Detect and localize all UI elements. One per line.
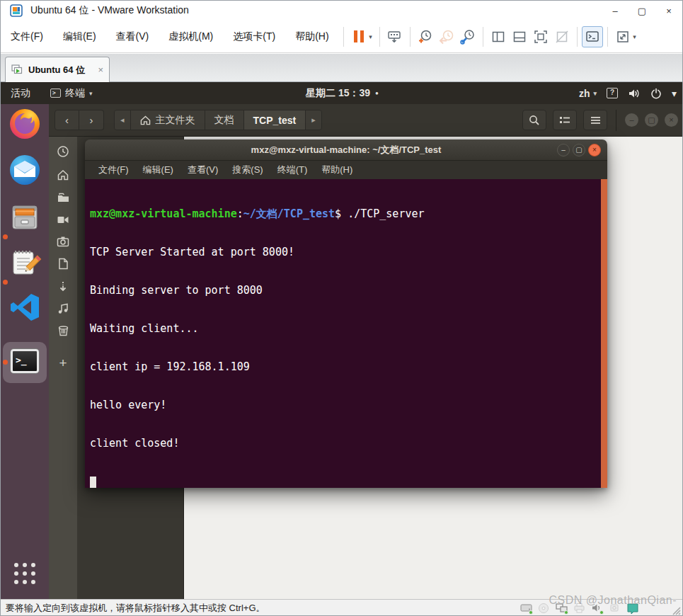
path-scroll-left[interactable]: ◂ [115, 110, 131, 130]
view-toggle-button[interactable] [553, 110, 577, 130]
tab-close-icon[interactable]: × [98, 64, 103, 75]
menu-edit[interactable]: 编辑(E) [53, 26, 106, 47]
sidebar-home-icon[interactable] [57, 169, 69, 181]
show-library-button[interactable] [488, 25, 509, 48]
menu-tabs[interactable]: 选项卡(T) [223, 26, 285, 47]
harddisk-device-icon[interactable] [520, 603, 532, 614]
vmware-workstation-window: Ubuntu 64 位 - VMware Workstation – ▢ × 文… [0, 0, 683, 616]
sidebar-trash-icon[interactable] [57, 325, 69, 337]
snapshot-revert-icon [439, 29, 454, 45]
output-line: client ip = 192.168.1.109 [90, 360, 607, 373]
keyboard-layout-button[interactable]: zh ▾ [579, 88, 597, 99]
sidebar-recent-icon[interactable] [57, 145, 69, 158]
dock-terminal-active-tile[interactable]: >_ [3, 342, 47, 383]
nav-buttons: ‹ › [54, 110, 104, 130]
sidebar-music-icon[interactable] [57, 303, 69, 314]
chevron-down-icon[interactable]: ▾ [672, 88, 677, 99]
dock-firefox-icon[interactable] [8, 107, 42, 141]
menu-file[interactable]: 文件(F) [1, 26, 53, 47]
vmware-tabbar: Ubuntu 64 位 × [1, 54, 682, 82]
running-indicator-dot [3, 280, 8, 285]
cursor-line [90, 475, 607, 488]
revert-snapshot-button[interactable] [436, 25, 457, 48]
menu-view[interactable]: 查看(V) [106, 26, 159, 47]
terminal-menu-edit[interactable]: 编辑(E) [137, 161, 180, 178]
forward-button[interactable]: › [79, 110, 104, 130]
system-status-area[interactable]: zh ▾ ? ▾ [579, 88, 677, 99]
terminal-menu-file[interactable]: 文件(F) [92, 161, 135, 178]
console-view-button[interactable] [582, 26, 603, 47]
sidebar-pictures-icon[interactable] [57, 236, 69, 247]
ime-indicator-icon[interactable]: ? [607, 88, 618, 98]
files-close-button[interactable]: × [665, 113, 678, 127]
cdrom-device-icon[interactable] [538, 603, 550, 614]
running-indicator-dot [3, 234, 8, 239]
back-button[interactable]: ‹ [54, 110, 79, 130]
toolbar-separator [343, 27, 344, 47]
menu-vm[interactable]: 虚拟机(M) [159, 26, 223, 47]
terminal-minimize-button[interactable]: – [557, 144, 570, 156]
files-maximize-button[interactable]: ▢ [645, 113, 658, 127]
fullscreen-button[interactable] [530, 25, 551, 48]
terminal-scrollbar[interactable] [601, 179, 607, 488]
dock-vscode-icon[interactable] [8, 290, 42, 324]
activities-button[interactable]: 活动 [1, 87, 40, 100]
terminal-menu-search[interactable]: 搜索(S) [226, 161, 269, 178]
sidebar-downloads-icon[interactable] [57, 280, 69, 292]
sidebar-other-locations-icon[interactable]: + [59, 358, 67, 369]
files-minimize-button[interactable]: – [625, 113, 638, 127]
clock-button[interactable]: 星期二 15：39 ● [306, 87, 379, 100]
keyboard-layout-label: zh [579, 88, 590, 99]
dock-thunderbird-icon[interactable] [8, 153, 42, 187]
terminal-close-button[interactable]: × [588, 144, 601, 156]
window-title: Ubuntu 64 位 - VMware Workstation [30, 4, 189, 17]
close-button[interactable]: × [655, 1, 682, 21]
terminal-window-buttons: – ▢ × [557, 144, 601, 156]
hamburger-icon [590, 116, 601, 125]
prompt-colon: : [237, 207, 243, 220]
unity-mode-button[interactable] [551, 25, 573, 48]
sidebar-videos-icon[interactable] [57, 215, 69, 225]
terminal-menu-terminal[interactable]: 终端(T) [271, 161, 314, 178]
power-icon[interactable] [650, 88, 662, 99]
path-documents-segment[interactable]: 文档 [205, 110, 244, 130]
path-current-segment[interactable]: TCP_test [244, 110, 306, 130]
send-ctrl-alt-del-button[interactable] [384, 25, 406, 48]
menu-button[interactable] [583, 110, 607, 130]
suspend-dropdown-caret[interactable]: ▾ [367, 33, 375, 40]
menu-help[interactable]: 帮助(H) [285, 26, 338, 47]
path-home-segment[interactable]: 主文件夹 [131, 110, 205, 130]
path-scroll-right[interactable]: ▸ [305, 110, 321, 130]
terminal-window: mxz@mxz-virtual-machine: ~/文档/TCP_test –… [85, 139, 607, 488]
chevron-down-icon: ▾ [89, 90, 93, 97]
running-indicator-dot [3, 360, 8, 365]
manage-snapshots-button[interactable] [457, 25, 478, 48]
vmware-logo-icon [10, 4, 23, 17]
terminal-body[interactable]: mxz@mxz-virtual-machine:~/文档/TCP_test$ .… [85, 179, 607, 488]
app-menu[interactable]: > 终端 ▾ [50, 87, 93, 100]
prompt-user: mxz@mxz-virtual-machine [90, 207, 237, 220]
status-message: 要将输入定向到该虚拟机，请将鼠标指针移入其中或按 Ctrl+G。 [6, 602, 265, 615]
terminal-mini-icon: > [50, 89, 61, 98]
tab-ubuntu-64[interactable]: Ubuntu 64 位 × [5, 57, 110, 82]
terminal-maximize-button[interactable]: ▢ [573, 144, 585, 156]
volume-icon[interactable] [628, 88, 641, 99]
take-snapshot-button[interactable] [415, 25, 436, 48]
sidebar-folder-icon[interactable] [57, 192, 70, 204]
terminal-text: mxz@mxz-virtual-machine:~/文档/TCP_test$ .… [85, 179, 607, 488]
terminal-menu-view[interactable]: 查看(V) [181, 161, 224, 178]
output-line: Waiting client... [90, 322, 607, 335]
stretch-dropdown-caret[interactable]: ▾ [631, 33, 639, 40]
show-thumbnail-bar-button[interactable] [509, 25, 530, 48]
minimize-button[interactable]: – [602, 1, 629, 21]
show-applications-button[interactable] [12, 561, 38, 586]
toolbar-separator [379, 27, 380, 47]
output-line: Binding server to port 8000 [90, 284, 607, 297]
search-button[interactable] [522, 110, 546, 130]
maximize-button[interactable]: ▢ [629, 1, 655, 21]
sidebar-documents-icon[interactable] [58, 258, 69, 270]
dock-text-editor-icon[interactable] [8, 246, 42, 280]
dock-archive-manager-icon[interactable] [8, 200, 42, 234]
terminal-titlebar[interactable]: mxz@mxz-virtual-machine: ~/文档/TCP_test –… [85, 139, 607, 161]
terminal-menu-help[interactable]: 帮助(H) [315, 161, 359, 178]
